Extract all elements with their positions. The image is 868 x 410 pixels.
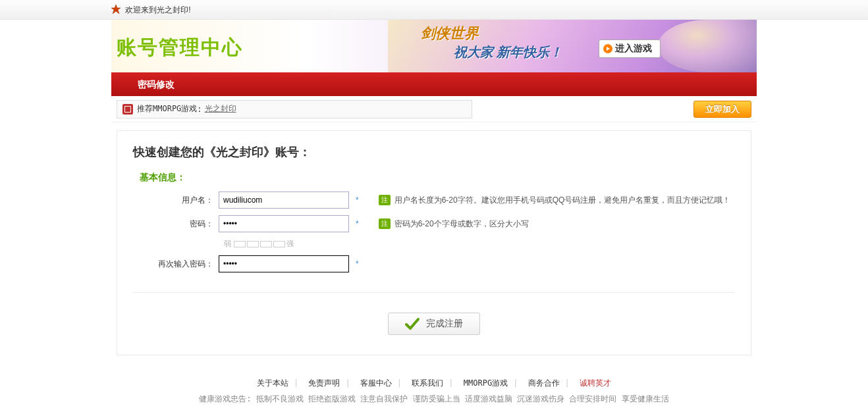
required-star: * bbox=[356, 255, 359, 272]
strength-box bbox=[247, 241, 259, 247]
form-section-title: 基本信息： bbox=[133, 172, 735, 184]
hint-badge-icon: 注 bbox=[379, 195, 391, 205]
password-strength-meter: 弱 强 bbox=[224, 239, 735, 249]
footer-link-business[interactable]: 商务合作 bbox=[528, 378, 560, 388]
footer-links: 关于本站| 免责声明| 客服中心| 联系我们| MMORPG游戏| 商务合作| … bbox=[111, 375, 757, 391]
enter-game-button[interactable]: 进入游戏 bbox=[599, 39, 661, 58]
footer-link-about[interactable]: 关于本站 bbox=[257, 378, 288, 388]
footer: 关于本站| 免责声明| 客服中心| 联系我们| MMORPG游戏| 商务合作| … bbox=[111, 375, 757, 410]
welcome-text: 欢迎来到光之封印! bbox=[125, 5, 190, 14]
confirm-password-label: 再次输入密码： bbox=[133, 255, 219, 272]
password-label: 密码： bbox=[133, 215, 219, 232]
check-icon bbox=[405, 317, 420, 331]
logo: 账号管理中心 bbox=[117, 34, 243, 61]
required-star: * bbox=[356, 192, 359, 209]
banner-title: 剑侠世界 bbox=[421, 24, 479, 43]
confirm-password-row: 再次输入密码： * bbox=[133, 255, 735, 272]
svg-marker-0 bbox=[111, 5, 121, 14]
star-icon bbox=[111, 1, 121, 11]
join-now-button[interactable]: 立即加入 bbox=[693, 101, 751, 118]
hint-badge-icon: 注 bbox=[379, 218, 391, 229]
header: 账号管理中心 剑侠世界 祝大家 新年快乐！ 进入游戏 bbox=[111, 20, 757, 72]
recommend-box: 推荐MMORPG游戏 : 光之封印 bbox=[117, 100, 472, 118]
username-hint: 注 用户名长度为6-20字符。建议您用手机号码或QQ号码注册，避免用户名重复，而… bbox=[379, 192, 731, 209]
confirm-password-input[interactable] bbox=[219, 255, 349, 272]
username-input[interactable] bbox=[219, 192, 349, 209]
strength-strong-label: 强 bbox=[286, 239, 294, 249]
recommend-game-link[interactable]: 光之封印 bbox=[205, 103, 236, 115]
username-row: 用户名： * 注 用户名长度为6-20字符。建议您用手机号码或QQ号码注册，避免… bbox=[133, 192, 735, 209]
required-star: * bbox=[356, 215, 359, 232]
topbar: 欢迎来到光之封印! bbox=[0, 0, 868, 20]
character-art bbox=[658, 20, 757, 72]
footer-health-advice: 健康游戏忠告: 抵制不良游戏 拒绝盗版游戏 注意自我保护 谨防受骗上当 适度游戏… bbox=[111, 391, 757, 407]
footer-link-disclaimer[interactable]: 免责声明 bbox=[308, 378, 340, 388]
strength-weak-label: 弱 bbox=[224, 239, 231, 249]
submit-button[interactable]: 完成注册 bbox=[388, 313, 480, 335]
footer-link-contact[interactable]: 联系我们 bbox=[412, 378, 443, 388]
password-hint: 注 密码为6-20个字母或数字，区分大小写 bbox=[379, 215, 529, 232]
footer-link-jobs[interactable]: 诚聘英才 bbox=[580, 378, 611, 388]
recommend-row: 推荐MMORPG游戏 : 光之封印 立即加入 bbox=[111, 96, 757, 122]
banner-subtitle: 祝大家 新年快乐！ bbox=[454, 43, 562, 61]
username-label: 用户名： bbox=[133, 192, 219, 209]
main-form-box: 快速创建您的《光之封印》账号： 基本信息： 用户名： * 注 用户名长度为6-2… bbox=[117, 130, 751, 355]
banner: 剑侠世界 祝大家 新年快乐！ 进入游戏 bbox=[388, 20, 757, 72]
strength-box bbox=[273, 241, 285, 247]
section-header-title: 密码修改 bbox=[138, 79, 175, 90]
footer-link-support[interactable]: 客服中心 bbox=[360, 378, 392, 388]
password-row: 密码： * 注 密码为6-20个字母或数字，区分大小写 bbox=[133, 215, 735, 232]
section-header-bar: 密码修改 bbox=[111, 72, 757, 96]
footer-copyright: Copyright ? 2006-2012 光之封印 bbox=[111, 407, 757, 410]
password-input[interactable] bbox=[219, 215, 349, 232]
strength-box bbox=[234, 241, 246, 247]
strength-box bbox=[260, 241, 272, 247]
recommend-icon bbox=[122, 104, 133, 115]
form-title: 快速创建您的《光之封印》账号： bbox=[133, 144, 735, 160]
footer-link-games[interactable]: MMORPG游戏 bbox=[464, 378, 508, 388]
recommend-label: 推荐MMORPG游戏 bbox=[137, 103, 197, 115]
submit-row: 完成注册 bbox=[133, 292, 735, 335]
